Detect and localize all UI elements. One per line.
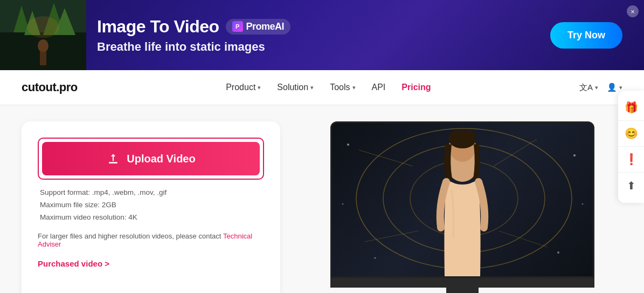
contact-description: For larger files and higher resolution v… bbox=[38, 232, 221, 240]
banner-text-area: Image To Video P PromeAI Breathe life in… bbox=[97, 17, 290, 54]
sidebar-gift-button[interactable]: 🎁 bbox=[618, 95, 644, 121]
promeai-badge: P PromeAI bbox=[226, 19, 291, 35]
monitor bbox=[330, 121, 594, 293]
user-account-button[interactable]: 👤 ▾ bbox=[607, 83, 622, 92]
navbar: cutout.pro Product ▾ Solution ▾ Tools ▾ … bbox=[0, 70, 644, 105]
svg-point-8 bbox=[27, 16, 59, 38]
svg-line-13 bbox=[359, 150, 413, 166]
nav-item-solution[interactable]: Solution ▾ bbox=[277, 80, 314, 94]
banner-close-button[interactable]: × bbox=[627, 5, 639, 17]
nav-menu: Product ▾ Solution ▾ Tools ▾ API Pricing bbox=[226, 80, 431, 94]
svg-rect-7 bbox=[40, 52, 46, 65]
nav-solution-label: Solution bbox=[277, 83, 308, 92]
tools-chevron-icon: ▾ bbox=[352, 84, 356, 91]
navbar-right: 文A ▾ 👤 ▾ bbox=[579, 83, 622, 93]
banner-title: Image To Video P PromeAI bbox=[97, 17, 290, 37]
nav-pricing-label: Pricing bbox=[401, 83, 431, 92]
svg-rect-9 bbox=[109, 162, 117, 163]
banner-cta-button[interactable]: Try Now bbox=[550, 22, 622, 49]
sidebar-alert-button[interactable]: ❗ bbox=[618, 147, 644, 173]
promeai-label: PromeAI bbox=[246, 21, 285, 32]
lang-icon: 文A bbox=[579, 83, 593, 93]
nav-item-api[interactable]: API bbox=[372, 80, 386, 94]
nav-item-product[interactable]: Product ▾ bbox=[226, 80, 261, 94]
svg-point-22 bbox=[581, 203, 583, 205]
promeai-icon: P bbox=[232, 21, 243, 32]
sidebar-icons: 🎁 😊 ❗ ⬆ bbox=[618, 91, 644, 203]
promo-banner: Image To Video P PromeAI Breathe life in… bbox=[0, 0, 644, 70]
user-icon: 👤 bbox=[607, 83, 617, 92]
monitor-base-top bbox=[330, 278, 594, 288]
banner-image bbox=[0, 0, 86, 70]
svg-point-6 bbox=[38, 39, 49, 52]
lang-chevron-icon: ▾ bbox=[595, 84, 598, 91]
purchased-video-link[interactable]: Purchased video > bbox=[38, 259, 264, 268]
banner-title-text: Image To Video bbox=[97, 17, 219, 37]
size-info: Maximum file size: 2GB bbox=[40, 201, 262, 209]
nav-item-pricing[interactable]: Pricing bbox=[401, 80, 431, 94]
svg-point-19 bbox=[374, 257, 376, 259]
video-preview-area bbox=[280, 121, 622, 293]
nav-product-label: Product bbox=[226, 83, 255, 92]
sidebar-upload-button[interactable]: ⬆ bbox=[618, 173, 644, 199]
nav-tools-label: Tools bbox=[330, 83, 350, 92]
sidebar-face-button[interactable]: 😊 bbox=[618, 121, 644, 147]
resolution-info: Maximum video resolution: 4K bbox=[40, 213, 262, 221]
user-chevron-icon: ▾ bbox=[619, 84, 622, 91]
nav-item-tools[interactable]: Tools ▾ bbox=[330, 80, 355, 94]
solution-chevron-icon: ▾ bbox=[310, 84, 314, 91]
svg-point-20 bbox=[557, 251, 559, 254]
person-figure bbox=[422, 131, 503, 276]
nav-api-label: API bbox=[372, 83, 386, 92]
upload-info: Support format: .mp4, .webm, .mov, .gif … bbox=[38, 188, 264, 221]
monitor-neck bbox=[446, 288, 479, 293]
svg-point-18 bbox=[573, 154, 576, 156]
format-info: Support format: .mp4, .webm, .mov, .gif bbox=[40, 188, 262, 196]
svg-line-15 bbox=[364, 231, 418, 242]
main-content: Upload Video Support format: .mp4, .webm… bbox=[0, 105, 644, 293]
upload-panel: Upload Video Support format: .mp4, .webm… bbox=[22, 121, 280, 293]
upload-icon bbox=[106, 152, 120, 166]
upload-button-wrapper: Upload Video bbox=[38, 138, 264, 180]
logo[interactable]: cutout.pro bbox=[22, 80, 78, 94]
svg-point-17 bbox=[347, 144, 349, 146]
upload-btn-label: Upload Video bbox=[127, 153, 195, 165]
monitor-stand bbox=[330, 288, 594, 293]
monitor-screen bbox=[330, 121, 594, 278]
product-chevron-icon: ▾ bbox=[258, 84, 261, 91]
upload-video-button[interactable]: Upload Video bbox=[42, 142, 260, 175]
language-button[interactable]: 文A ▾ bbox=[579, 83, 598, 93]
banner-left: Image To Video P PromeAI Breathe life in… bbox=[0, 0, 290, 70]
svg-point-21 bbox=[342, 203, 343, 205]
contact-text: For larger files and higher resolution v… bbox=[38, 232, 264, 248]
banner-subtitle: Breathe life into static images bbox=[97, 40, 290, 54]
